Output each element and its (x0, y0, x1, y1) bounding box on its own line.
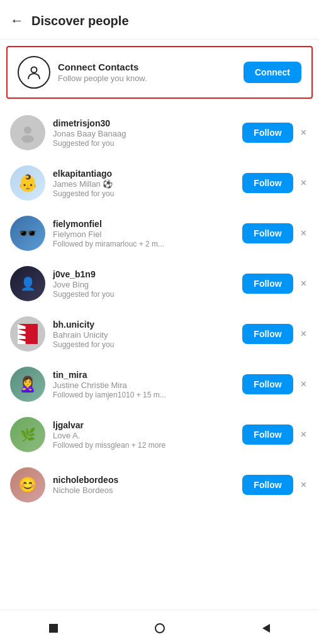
dismiss-button[interactable]: × (296, 325, 309, 343)
person-sub-text: Followed by iamjen1010 + 15 m... (53, 391, 236, 399)
follow-button[interactable]: Follow (242, 374, 293, 394)
list-item: 😊nicholebordeosNichole BordeosFollow× (0, 460, 319, 510)
avatar: 👤 (10, 266, 45, 301)
svg-marker-10 (262, 624, 270, 633)
list-item: 👶elkapitantiagoJames Millan ⚽Suggested f… (0, 158, 319, 208)
page-title: Discover people (31, 14, 129, 28)
home-button[interactable] (143, 619, 177, 638)
follow-button[interactable]: Follow (242, 274, 293, 294)
dismiss-button[interactable]: × (296, 123, 309, 142)
contacts-svg-icon (25, 64, 43, 81)
avatar: 🌿 (10, 417, 45, 452)
person-info: tin_miraJustine Christie MiraFollowed by… (53, 370, 236, 399)
person-info: ljgalvarLove A.Followed by missglean + 1… (53, 420, 236, 450)
svg-point-0 (31, 67, 37, 73)
list-item: 🌿ljgalvarLove A.Followed by missglean + … (0, 409, 319, 460)
connect-subtitle: Follow people you know. (58, 74, 236, 83)
recent-apps-button[interactable] (36, 619, 70, 638)
square-icon (47, 621, 60, 635)
bottom-navigation (0, 609, 319, 644)
avatar (10, 316, 45, 352)
avatar (10, 115, 45, 150)
person-info: dimetrisjon30Jonas Baay BanaagSuggested … (53, 118, 236, 148)
person-username: fielymonfiel (53, 219, 236, 229)
avatar: 🕶️ (10, 216, 45, 251)
follow-button[interactable]: Follow (242, 324, 293, 344)
avatar: 👶 (10, 165, 45, 201)
svg-rect-8 (49, 624, 58, 633)
svg-point-2 (21, 135, 34, 143)
avatar: 😊 (10, 467, 45, 502)
person-sub-text: Suggested for you (53, 340, 236, 349)
dismiss-button[interactable]: × (296, 274, 309, 293)
dismiss-button[interactable]: × (296, 425, 309, 444)
svg-point-9 (155, 624, 164, 633)
person-info: elkapitantiagoJames Millan ⚽Suggested fo… (53, 169, 236, 198)
person-sub-text: Suggested for you (53, 290, 236, 299)
follow-button[interactable]: Follow (242, 223, 293, 243)
follow-button[interactable]: Follow (242, 123, 293, 143)
svg-point-1 (24, 126, 31, 134)
person-username: bh.unicity (53, 319, 236, 330)
header: ← Discover people (0, 0, 319, 40)
person-username: dimetrisjon30 (53, 118, 236, 128)
person-username: tin_mira (53, 370, 236, 380)
back-nav-button[interactable] (249, 619, 283, 638)
triangle-back-icon (259, 621, 273, 635)
follow-button[interactable]: Follow (242, 475, 293, 495)
list-item: bh.unicityBahrain UnicitySuggested for y… (0, 309, 319, 359)
dismiss-button[interactable]: × (296, 375, 309, 394)
person-fullname: Nichole Bordeos (53, 486, 236, 495)
list-item: 🙎‍♀️tin_miraJustine Christie MiraFollowe… (0, 359, 319, 409)
person-fullname: Love A. (53, 431, 236, 440)
person-info: bh.unicityBahrain UnicitySuggested for y… (53, 319, 236, 349)
dismiss-button[interactable]: × (296, 174, 309, 192)
person-info: j0ve_b1n9Jove BingSuggested for you (53, 269, 236, 299)
circle-icon (153, 621, 167, 635)
follow-button[interactable]: Follow (242, 425, 293, 445)
person-fullname: Jove Bing (53, 280, 236, 289)
connect-button[interactable]: Connect (243, 62, 301, 83)
connect-contacts-icon (18, 56, 50, 89)
dismiss-button[interactable]: × (296, 224, 309, 243)
dismiss-button[interactable]: × (296, 475, 309, 494)
person-username: j0ve_b1n9 (53, 269, 236, 279)
back-button[interactable]: ← (10, 10, 31, 31)
person-sub-text: Followed by miramarlouc + 2 m... (53, 240, 236, 248)
person-username: nicholebordeos (53, 475, 236, 485)
person-sub-text: Suggested for you (53, 139, 236, 148)
person-fullname: Justine Christie Mira (53, 380, 236, 390)
list-item: 👤j0ve_b1n9Jove BingSuggested for youFoll… (0, 258, 319, 309)
person-username: ljgalvar (53, 420, 236, 430)
person-info: nicholebordeosNichole Bordeos (53, 475, 236, 495)
person-fullname: Bahrain Unicity (53, 330, 236, 340)
avatar: 🙎‍♀️ (10, 367, 45, 402)
person-fullname: Jonas Baay Banaag (53, 129, 236, 138)
person-username: elkapitantiago (53, 169, 236, 179)
connect-contacts-banner: Connect Contacts Follow people you know.… (6, 46, 313, 99)
person-fullname: James Millan ⚽ (53, 179, 236, 189)
connect-title: Connect Contacts (58, 62, 236, 72)
person-info: fielymonfielFielymon FielFollowed by mir… (53, 219, 236, 248)
connect-text-block: Connect Contacts Follow people you know. (58, 62, 236, 83)
list-item: dimetrisjon30Jonas Baay BanaagSuggested … (0, 108, 319, 158)
person-sub-text: Followed by missglean + 12 more (53, 441, 236, 450)
people-list: dimetrisjon30Jonas Baay BanaagSuggested … (0, 105, 319, 513)
person-sub-text: Suggested for you (53, 189, 236, 198)
list-item: 🕶️fielymonfielFielymon FielFollowed by m… (0, 208, 319, 258)
person-fullname: Fielymon Fiel (53, 230, 236, 239)
follow-button[interactable]: Follow (242, 173, 293, 193)
